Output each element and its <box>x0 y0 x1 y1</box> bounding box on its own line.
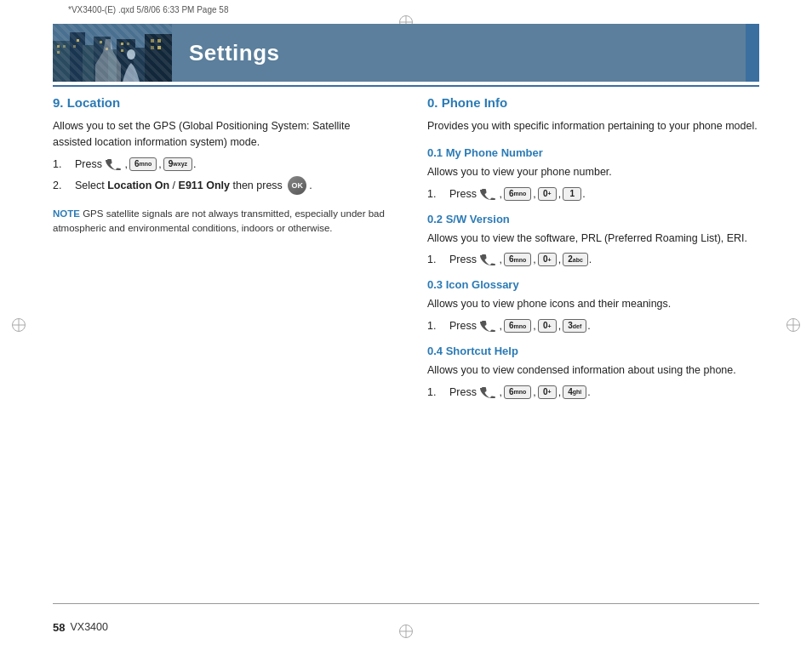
subsection-0-3-step: 1. Press , 6mno , 0+ , 3def . <box>427 319 759 333</box>
sub01-press-label: Press <box>449 188 479 200</box>
svg-point-23 <box>127 49 135 60</box>
sub02-key-0: 0+ <box>538 253 557 266</box>
header-title: Settings <box>189 40 280 66</box>
comma-1: , <box>124 158 127 170</box>
subsection-0-1-title: 0.1 My Phone Number <box>427 146 759 159</box>
ok-button-icon: OK <box>288 176 306 195</box>
svg-rect-18 <box>121 49 123 52</box>
sub01-step-num: 1. <box>427 188 443 200</box>
sub01-key-0: 0+ <box>538 187 557 201</box>
header-decorative-svg <box>53 24 172 82</box>
subsection-0-2-body: Allows you to view the software, PRL (Pr… <box>427 231 759 247</box>
footer: 58 VX3400 <box>53 603 759 650</box>
phone-icon-5 <box>479 385 496 399</box>
subsection-0-3-title: 0.3 Icon Glossary <box>427 278 759 291</box>
sub04-key-4: 4ghi <box>563 385 586 399</box>
svg-rect-2 <box>70 32 85 82</box>
sub01-key-6: 6mno <box>504 187 531 201</box>
period-2: . <box>309 180 312 191</box>
subsection-0-4-title: 0.4 Shortcut Help <box>427 345 759 357</box>
svg-rect-4 <box>94 37 111 82</box>
phone-icon-3 <box>479 253 496 266</box>
footer-page-number: 58 <box>53 621 65 634</box>
top-meta: *VX3400-(E) .qxd 5/8/06 6:33 PM Page 58 <box>68 5 761 14</box>
note-text: GPS satellite signals are not always tra… <box>53 208 385 233</box>
svg-rect-7 <box>134 48 146 82</box>
svg-rect-21 <box>151 46 154 49</box>
key-9-btn-1: 9wxyz <box>163 157 192 171</box>
left-section-title: 9. Location <box>53 95 385 110</box>
reg-mark-left <box>12 318 26 332</box>
svg-rect-9 <box>57 45 60 48</box>
sub03-key-6: 6mno <box>504 319 531 333</box>
period-1: . <box>193 158 196 170</box>
sub03-key-0: 0+ <box>538 319 557 333</box>
phone-svg-1 <box>106 158 121 170</box>
sub02-key-6: 6mno <box>504 253 531 266</box>
svg-rect-17 <box>127 43 129 45</box>
svg-rect-19 <box>151 39 154 43</box>
subsection-0-1-step: 1. Press , 6mno , 0+ , 1 . <box>427 187 759 201</box>
note-block: NOTE GPS satellite signals are not alway… <box>53 207 385 237</box>
e911-only-text: E911 Only <box>179 180 230 191</box>
key-6-btn-1: 6mno <box>129 157 157 171</box>
file-info: *VX3400-(E) .qxd 5/8/06 6:33 PM Page 58 <box>68 5 228 14</box>
svg-rect-3 <box>83 45 95 82</box>
svg-rect-10 <box>63 45 66 48</box>
phone-svg-4 <box>480 320 495 332</box>
subsection-0-3-body: Allows you to view phone icons and their… <box>427 296 759 312</box>
left-step-2-num: 2. <box>53 180 68 191</box>
svg-rect-20 <box>157 39 161 43</box>
left-step-2: 2. Select Location On / E911 Only then p… <box>53 176 385 195</box>
main-content: 9. Location Allows you to set the GPS (G… <box>53 95 759 599</box>
sub03-key-3: 3def <box>563 319 586 333</box>
left-column: 9. Location Allows you to set the GPS (G… <box>53 95 393 599</box>
right-column: 0. Phone Info Provides you with specific… <box>419 95 759 599</box>
header-title-bar: Settings <box>172 24 746 82</box>
reg-mark-right <box>786 318 800 332</box>
left-step-1: 1. Press , 6mno , 9wxyz . <box>53 157 385 171</box>
header: Settings <box>53 24 759 82</box>
left-step-1-label: Press <box>75 158 105 170</box>
left-body-text: Allows you to set the GPS (Global Positi… <box>53 118 385 151</box>
sub02-key-2: 2abc <box>563 253 588 266</box>
phone-svg-5 <box>480 386 495 398</box>
comma-2: , <box>158 158 161 170</box>
sub01-key-1: 1 <box>563 187 581 201</box>
footer-model: VX3400 <box>70 621 107 633</box>
svg-rect-14 <box>100 41 102 43</box>
note-label: NOTE <box>53 208 80 219</box>
svg-rect-15 <box>106 48 108 50</box>
header-image <box>53 24 172 82</box>
sub02-press-label: Press <box>449 254 479 265</box>
right-body-text: Provides you with specific information p… <box>427 118 759 134</box>
svg-rect-13 <box>73 45 76 48</box>
subsection-0-4-step: 1. Press , 6mno , 0+ , 4ghi . <box>427 385 759 399</box>
svg-rect-5 <box>108 49 118 82</box>
phone-icon-4 <box>479 319 496 333</box>
left-step-1-num: 1. <box>53 158 68 170</box>
location-on-text: Location On <box>107 180 169 191</box>
svg-rect-12 <box>77 39 79 42</box>
header-right-accent <box>746 24 759 82</box>
sub03-press-label: Press <box>449 320 479 332</box>
phone-icon-1 <box>105 157 122 171</box>
right-section-title: 0. Phone Info <box>427 95 759 110</box>
sub04-key-6: 6mno <box>504 385 531 399</box>
sub04-key-0: 0+ <box>538 385 557 399</box>
svg-rect-22 <box>157 46 161 49</box>
sub04-press-label: Press <box>449 386 479 398</box>
header-line <box>53 85 759 87</box>
phone-svg-2 <box>480 188 495 200</box>
subsection-0-2-title: 0.2 S/W Version <box>427 213 759 225</box>
svg-rect-0 <box>53 24 172 82</box>
sub03-step-num: 1. <box>427 320 443 332</box>
sub04-step-num: 1. <box>427 386 443 398</box>
svg-rect-11 <box>57 51 60 54</box>
subsection-0-2-step: 1. Press , 6mno , 0+ , 2abc . <box>427 253 759 266</box>
left-step-2-text: Select Location On / E911 Only then pres… <box>75 180 283 191</box>
subsection-0-4-body: Allows you to view condensed information… <box>427 362 759 379</box>
subsection-0-1-body: Allows you to view your phone number. <box>427 164 759 180</box>
svg-rect-6 <box>117 39 135 82</box>
phone-svg-3 <box>480 254 495 265</box>
